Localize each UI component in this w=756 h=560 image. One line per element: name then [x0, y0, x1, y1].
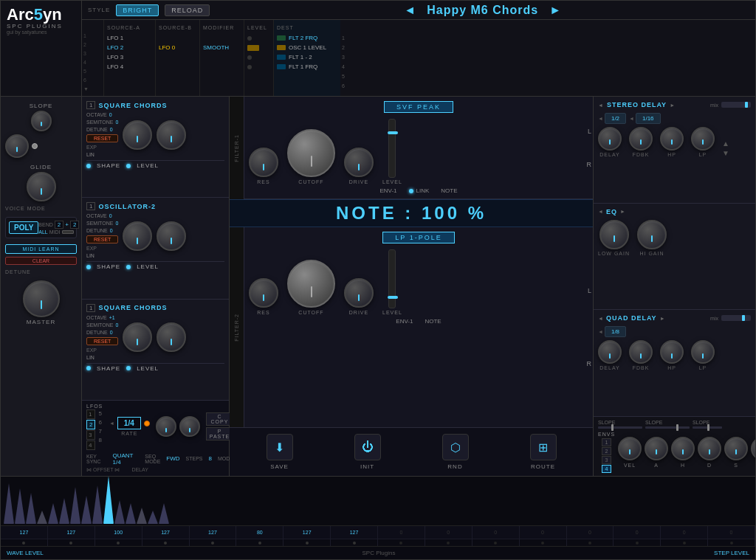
delay-knob-ctrl-1[interactable]	[598, 127, 622, 151]
step-indicator-5[interactable]	[236, 539, 284, 546]
env-tab-4[interactable]: 4	[602, 465, 612, 473]
osc-2-reset[interactable]: RESET	[86, 235, 118, 243]
env-tab-2[interactable]: 2	[602, 447, 612, 455]
osc-1-level-knob[interactable]	[157, 120, 186, 150]
bright-button[interactable]: BRIGHT	[116, 4, 159, 16]
a-knob[interactable]	[645, 437, 668, 460]
step-indicator-2[interactable]	[95, 539, 142, 546]
timing-btn-1b[interactable]: 1/16	[636, 113, 661, 124]
clear-button[interactable]: CLEAR	[5, 257, 77, 265]
lfo-num-6[interactable]: 6	[97, 418, 103, 426]
step-val-4[interactable]: 127	[190, 526, 237, 539]
step-indicator-14[interactable]	[661, 539, 708, 546]
slope-knob[interactable]	[31, 111, 52, 131]
timing-btn-1a[interactable]: 1/2	[605, 113, 626, 124]
filter-2-cutoff-knob[interactable]	[287, 260, 335, 308]
step-indicator-3[interactable]	[142, 539, 190, 546]
reload-button[interactable]: RELOAD	[165, 4, 210, 16]
filter-1-level-slider[interactable]	[388, 119, 396, 178]
hp-knob-ctrl-1[interactable]	[660, 127, 684, 151]
lfo-delay-knob[interactable]	[179, 416, 200, 437]
step-indicator-13[interactable]	[614, 539, 661, 546]
step-indicator-1[interactable]	[48, 539, 95, 546]
step-indicator-4[interactable]	[190, 539, 237, 546]
slope-slider-env-2[interactable]	[645, 426, 690, 429]
step-val-8[interactable]: 0	[378, 526, 425, 539]
osc-2-shape-knob[interactable]	[123, 221, 152, 251]
step-val-12[interactable]: 0	[567, 526, 614, 539]
lfo-num-8[interactable]: 8	[97, 436, 103, 444]
osc-3-reset[interactable]: RESET	[86, 337, 118, 345]
timing-btn-3a[interactable]: 1/8	[605, 326, 626, 337]
s-knob[interactable]	[724, 437, 748, 460]
step-indicator-0[interactable]	[1, 539, 48, 546]
step-val-0[interactable]: 127	[1, 526, 48, 539]
wave-bar-7[interactable]	[81, 496, 92, 524]
step-indicator-15[interactable]	[708, 539, 755, 546]
step-val-2[interactable]: 100	[95, 526, 142, 539]
osc-1-shape-knob[interactable]	[123, 120, 152, 150]
lfo-num-1[interactable]: 1	[86, 409, 95, 419]
osc-2-level-knob[interactable]	[157, 221, 186, 251]
mix-slider-1[interactable]	[721, 102, 751, 108]
step-indicator-8[interactable]	[378, 539, 425, 546]
rnd-button[interactable]: ⬡ RND	[442, 434, 469, 470]
wave-bar-13[interactable]	[148, 511, 158, 524]
lfo-num-7[interactable]: 7	[97, 427, 103, 435]
step-indicator-11[interactable]	[520, 539, 567, 546]
lfo-arrow-left[interactable]: ◄	[109, 421, 114, 426]
wave-bar-10[interactable]	[114, 500, 125, 524]
hp-knob-ctrl-3[interactable]	[660, 340, 684, 364]
delay-knob-ctrl-3[interactable]	[598, 340, 622, 364]
filter-1-cutoff-knob[interactable]	[287, 129, 335, 177]
osc-3-shape-knob[interactable]	[123, 322, 152, 352]
lp-knob-ctrl-1[interactable]	[691, 127, 715, 151]
env-tab-1[interactable]: 1	[602, 438, 612, 446]
wave-bar-12[interactable]	[137, 508, 147, 524]
wave-bar-11[interactable]	[126, 503, 136, 524]
prev-preset-button[interactable]: ◄	[400, 4, 419, 17]
step-val-15[interactable]: 0	[708, 526, 755, 539]
step-indicator-9[interactable]	[425, 539, 472, 546]
wave-bar-2[interactable]	[26, 493, 36, 524]
mix-slider-3[interactable]	[721, 315, 751, 321]
effect-1-up[interactable]: ▲	[722, 139, 729, 148]
route-button[interactable]: ⊞ ROUTE	[530, 434, 557, 470]
vel-knob[interactable]	[618, 437, 642, 460]
step-indicator-12[interactable]	[567, 539, 614, 546]
step-val-3[interactable]: 127	[142, 526, 190, 539]
glide-knob[interactable]	[27, 172, 56, 201]
wave-bar-1[interactable]	[15, 488, 25, 524]
filter-1-res-knob[interactable]	[249, 148, 278, 177]
save-button[interactable]: ⬇ SAVE	[267, 434, 293, 470]
lfo-num-4[interactable]: 4	[86, 440, 95, 450]
osc-3-level-knob[interactable]	[157, 322, 186, 352]
step-val-14[interactable]: 0	[661, 526, 708, 539]
filter-2-drive-knob[interactable]	[344, 278, 374, 308]
lfo-num-5[interactable]: 5	[97, 409, 103, 418]
slope-slider-env[interactable]	[598, 426, 642, 429]
wave-bar-6[interactable]	[70, 487, 80, 524]
step-val-13[interactable]: 0	[614, 526, 661, 539]
wave-bar-14[interactable]	[159, 503, 169, 524]
init-button[interactable]: ⏻ INIT	[354, 434, 381, 470]
step-indicator-6[interactable]	[284, 539, 331, 546]
osc-1-reset[interactable]: RESET	[86, 134, 118, 142]
slope-slider-env-3[interactable]	[693, 426, 722, 429]
step-val-7[interactable]: 127	[331, 526, 378, 539]
step-val-1[interactable]: 127	[48, 526, 95, 539]
wave-bar-3[interactable]	[37, 511, 47, 524]
step-indicator-7[interactable]	[331, 539, 378, 546]
main-slope-knob[interactable]	[5, 134, 29, 158]
hi-gain-knob-ctrl[interactable]	[637, 220, 667, 249]
wave-bar-4[interactable]	[48, 503, 58, 524]
lfo-num-2[interactable]: 2	[86, 420, 95, 429]
next-preset-button[interactable]: ►	[546, 4, 565, 17]
effect-1-down[interactable]: ▼	[722, 149, 729, 157]
filter-2-res-knob[interactable]	[249, 278, 278, 308]
step-val-5[interactable]: 80	[236, 526, 284, 539]
d-knob[interactable]	[698, 437, 721, 460]
filter-2-level-slider[interactable]	[388, 249, 396, 308]
h-knob[interactable]	[671, 437, 695, 460]
fdbk-knob-ctrl-1[interactable]	[629, 127, 653, 151]
